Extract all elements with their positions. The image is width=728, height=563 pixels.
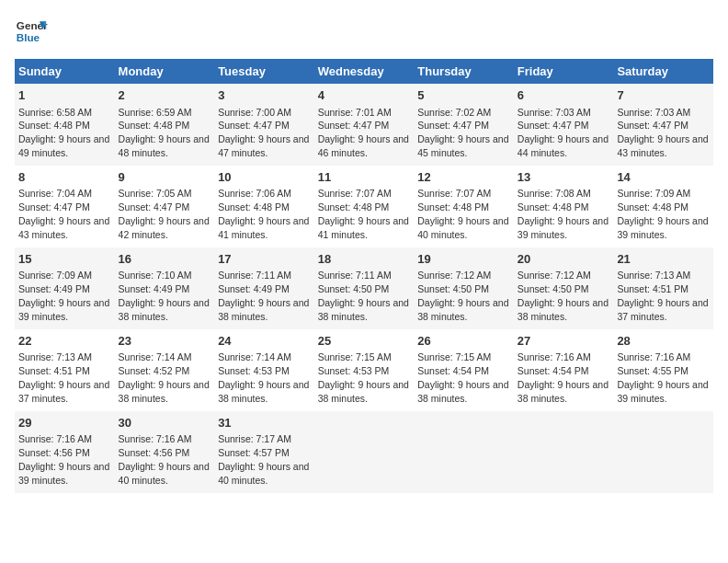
header-sunday: Sunday bbox=[15, 59, 115, 84]
calendar-cell: 25 Sunrise: 7:15 AMSunset: 4:53 PMDaylig… bbox=[314, 329, 415, 411]
calendar-cell: 23 Sunrise: 7:14 AMSunset: 4:52 PMDaylig… bbox=[115, 329, 215, 411]
day-number: 28 bbox=[617, 333, 710, 350]
week-row-2: 8 Sunrise: 7:04 AMSunset: 4:47 PMDayligh… bbox=[15, 166, 713, 247]
header-wednesday: Wednesday bbox=[314, 59, 415, 84]
day-info: Sunrise: 7:13 AMSunset: 4:51 PMDaylight:… bbox=[617, 270, 708, 322]
calendar-cell: 30 Sunrise: 7:16 AMSunset: 4:56 PMDaylig… bbox=[115, 411, 215, 493]
day-info: Sunrise: 7:10 AMSunset: 4:49 PMDaylight:… bbox=[119, 270, 210, 322]
day-info: Sunrise: 7:16 AMSunset: 4:55 PMDaylight:… bbox=[617, 351, 708, 404]
day-info: Sunrise: 7:07 AMSunset: 4:48 PMDaylight:… bbox=[318, 188, 409, 240]
calendar-cell: 2 Sunrise: 6:59 AMSunset: 4:48 PMDayligh… bbox=[115, 84, 215, 166]
day-info: Sunrise: 7:12 AMSunset: 4:50 PMDaylight:… bbox=[518, 270, 609, 322]
calendar-cell: 28 Sunrise: 7:16 AMSunset: 4:55 PMDaylig… bbox=[613, 329, 713, 411]
day-number: 17 bbox=[218, 251, 311, 268]
day-number: 10 bbox=[218, 169, 311, 186]
day-number: 4 bbox=[318, 87, 411, 104]
calendar-cell: 9 Sunrise: 7:05 AMSunset: 4:47 PMDayligh… bbox=[115, 166, 215, 247]
week-row-5: 29 Sunrise: 7:16 AMSunset: 4:56 PMDaylig… bbox=[15, 411, 713, 493]
day-info: Sunrise: 7:01 AMSunset: 4:47 PMDaylight:… bbox=[318, 107, 409, 159]
day-info: Sunrise: 7:16 AMSunset: 4:54 PMDaylight:… bbox=[518, 351, 609, 404]
calendar-cell: 10 Sunrise: 7:06 AMSunset: 4:48 PMDaylig… bbox=[214, 166, 314, 247]
day-info: Sunrise: 7:00 AMSunset: 4:47 PMDaylight:… bbox=[218, 107, 309, 159]
day-number: 11 bbox=[318, 169, 411, 186]
calendar-cell: 3 Sunrise: 7:00 AMSunset: 4:47 PMDayligh… bbox=[214, 84, 314, 166]
day-info: Sunrise: 7:15 AMSunset: 4:53 PMDaylight:… bbox=[318, 351, 409, 404]
calendar-cell: 11 Sunrise: 7:07 AMSunset: 4:48 PMDaylig… bbox=[314, 166, 415, 247]
calendar-cell: 31 Sunrise: 7:17 AMSunset: 4:57 PMDaylig… bbox=[214, 411, 314, 493]
day-info: Sunrise: 7:06 AMSunset: 4:48 PMDaylight:… bbox=[218, 188, 309, 240]
day-info: Sunrise: 7:11 AMSunset: 4:49 PMDaylight:… bbox=[218, 270, 309, 322]
week-row-3: 15 Sunrise: 7:09 AMSunset: 4:49 PMDaylig… bbox=[15, 247, 713, 329]
header-friday: Friday bbox=[514, 59, 614, 84]
calendar-cell: 14 Sunrise: 7:09 AMSunset: 4:48 PMDaylig… bbox=[613, 166, 713, 247]
day-number: 13 bbox=[518, 169, 610, 186]
day-info: Sunrise: 7:09 AMSunset: 4:49 PMDaylight:… bbox=[18, 270, 109, 322]
calendar-cell: 24 Sunrise: 7:14 AMSunset: 4:53 PMDaylig… bbox=[214, 329, 314, 411]
calendar-cell: 15 Sunrise: 7:09 AMSunset: 4:49 PMDaylig… bbox=[15, 247, 115, 329]
day-number: 24 bbox=[218, 333, 311, 350]
calendar-cell: 21 Sunrise: 7:13 AMSunset: 4:51 PMDaylig… bbox=[613, 247, 713, 329]
day-number: 5 bbox=[417, 87, 510, 104]
day-info: Sunrise: 7:07 AMSunset: 4:48 PMDaylight:… bbox=[417, 188, 508, 240]
day-info: Sunrise: 7:15 AMSunset: 4:54 PMDaylight:… bbox=[417, 351, 508, 404]
logo: General Blue bbox=[15, 15, 48, 48]
day-info: Sunrise: 7:02 AMSunset: 4:47 PMDaylight:… bbox=[417, 107, 508, 159]
svg-text:Blue: Blue bbox=[17, 31, 40, 43]
day-number: 9 bbox=[119, 169, 211, 186]
day-number: 26 bbox=[417, 333, 510, 350]
day-info: Sunrise: 7:16 AMSunset: 4:56 PMDaylight:… bbox=[18, 433, 109, 486]
day-info: Sunrise: 7:05 AMSunset: 4:47 PMDaylight:… bbox=[119, 188, 210, 240]
calendar-cell: 20 Sunrise: 7:12 AMSunset: 4:50 PMDaylig… bbox=[514, 247, 614, 329]
calendar-cell: 16 Sunrise: 7:10 AMSunset: 4:49 PMDaylig… bbox=[115, 247, 215, 329]
day-info: Sunrise: 7:04 AMSunset: 4:47 PMDaylight:… bbox=[18, 188, 109, 240]
day-number: 20 bbox=[518, 251, 610, 268]
day-number: 8 bbox=[18, 169, 111, 186]
day-info: Sunrise: 7:03 AMSunset: 4:47 PMDaylight:… bbox=[617, 107, 708, 159]
day-info: Sunrise: 7:11 AMSunset: 4:50 PMDaylight:… bbox=[318, 270, 409, 322]
day-info: Sunrise: 7:13 AMSunset: 4:51 PMDaylight:… bbox=[18, 351, 109, 404]
calendar-cell: 13 Sunrise: 7:08 AMSunset: 4:48 PMDaylig… bbox=[514, 166, 614, 247]
day-number: 27 bbox=[518, 333, 610, 350]
day-info: Sunrise: 6:59 AMSunset: 4:48 PMDaylight:… bbox=[119, 107, 210, 159]
calendar-cell bbox=[414, 411, 514, 493]
day-number: 22 bbox=[18, 333, 111, 350]
calendar-cell: 29 Sunrise: 7:16 AMSunset: 4:56 PMDaylig… bbox=[15, 411, 115, 493]
day-info: Sunrise: 7:14 AMSunset: 4:53 PMDaylight:… bbox=[218, 351, 309, 404]
day-number: 1 bbox=[18, 87, 111, 104]
day-number: 18 bbox=[318, 251, 411, 268]
day-number: 15 bbox=[18, 251, 111, 268]
day-number: 31 bbox=[218, 415, 311, 431]
calendar-cell: 1 Sunrise: 6:58 AMSunset: 4:48 PMDayligh… bbox=[15, 84, 115, 166]
calendar-table: SundayMondayTuesdayWednesdayThursdayFrid… bbox=[15, 59, 713, 493]
calendar-cell bbox=[314, 411, 415, 493]
day-info: Sunrise: 7:16 AMSunset: 4:56 PMDaylight:… bbox=[119, 433, 210, 486]
calendar-cell: 5 Sunrise: 7:02 AMSunset: 4:47 PMDayligh… bbox=[414, 84, 514, 166]
calendar-header-row: SundayMondayTuesdayWednesdayThursdayFrid… bbox=[15, 59, 713, 84]
header-thursday: Thursday bbox=[414, 59, 514, 84]
header-tuesday: Tuesday bbox=[214, 59, 314, 84]
day-number: 2 bbox=[119, 87, 211, 104]
calendar-cell bbox=[613, 411, 713, 493]
day-info: Sunrise: 7:17 AMSunset: 4:57 PMDaylight:… bbox=[218, 433, 309, 486]
calendar-cell: 19 Sunrise: 7:12 AMSunset: 4:50 PMDaylig… bbox=[414, 247, 514, 329]
day-number: 21 bbox=[617, 251, 710, 268]
calendar-cell: 17 Sunrise: 7:11 AMSunset: 4:49 PMDaylig… bbox=[214, 247, 314, 329]
day-number: 25 bbox=[318, 333, 411, 350]
day-number: 3 bbox=[218, 87, 311, 104]
calendar-cell: 27 Sunrise: 7:16 AMSunset: 4:54 PMDaylig… bbox=[514, 329, 614, 411]
header-monday: Monday bbox=[115, 59, 215, 84]
day-info: Sunrise: 7:03 AMSunset: 4:47 PMDaylight:… bbox=[518, 107, 609, 159]
calendar-cell: 18 Sunrise: 7:11 AMSunset: 4:50 PMDaylig… bbox=[314, 247, 415, 329]
logo-icon: General Blue bbox=[15, 15, 48, 48]
header-saturday: Saturday bbox=[613, 59, 713, 84]
day-info: Sunrise: 7:08 AMSunset: 4:48 PMDaylight:… bbox=[518, 188, 609, 240]
calendar-cell: 6 Sunrise: 7:03 AMSunset: 4:47 PMDayligh… bbox=[514, 84, 614, 166]
day-number: 23 bbox=[119, 333, 211, 350]
week-row-1: 1 Sunrise: 6:58 AMSunset: 4:48 PMDayligh… bbox=[15, 84, 713, 166]
week-row-4: 22 Sunrise: 7:13 AMSunset: 4:51 PMDaylig… bbox=[15, 329, 713, 411]
calendar-cell: 4 Sunrise: 7:01 AMSunset: 4:47 PMDayligh… bbox=[314, 84, 415, 166]
day-number: 29 bbox=[18, 415, 111, 431]
page-header: General Blue bbox=[15, 15, 713, 48]
day-info: Sunrise: 7:09 AMSunset: 4:48 PMDaylight:… bbox=[617, 188, 708, 240]
day-info: Sunrise: 7:14 AMSunset: 4:52 PMDaylight:… bbox=[119, 351, 210, 404]
